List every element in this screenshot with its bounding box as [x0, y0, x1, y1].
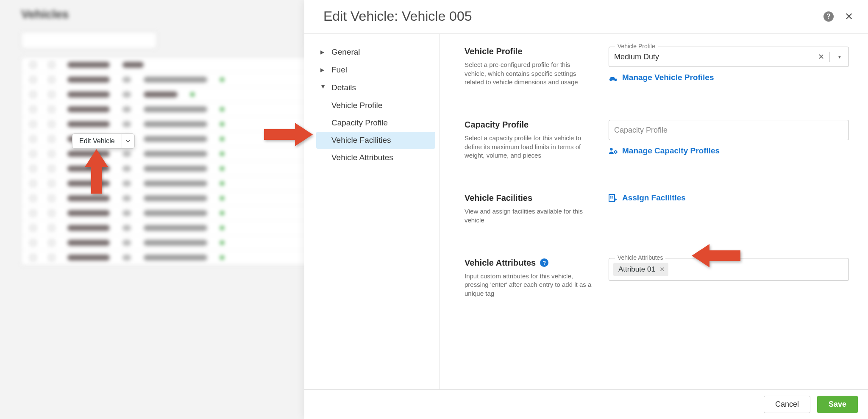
annotation-arrow-assign-facilities [692, 244, 740, 267]
svg-rect-2 [609, 194, 615, 202]
nav-group-general[interactable]: ▶ General [316, 43, 435, 61]
capacity-profile-select[interactable]: Capacity Profile [609, 120, 849, 140]
section-vehicle-facilities: Vehicle Facilities View and assign facil… [465, 193, 849, 225]
vehicle-profile-select[interactable]: Vehicle Profile Medium Duty ✕ ▼ [609, 47, 849, 67]
nav-group-details[interactable]: ▶ Details [316, 79, 435, 97]
close-icon[interactable]: ✕ [845, 11, 853, 22]
edit-vehicle-popover: Edit Vehicle [72, 133, 135, 149]
nav-sub-vehicle-profile[interactable]: Vehicle Profile [316, 97, 435, 114]
heading-text: Vehicle Attributes [465, 258, 536, 268]
section-capacity-profile: Capacity Profile Select a capacity profi… [465, 120, 849, 160]
svg-rect-4 [612, 196, 614, 197]
edit-vehicle-caret[interactable] [122, 134, 134, 148]
desc-vehicle-profile: Select a pre-configured profile for this… [465, 61, 592, 87]
field-label-vehicle-attributes: Vehicle Attributes [615, 254, 665, 261]
svg-rect-5 [610, 197, 612, 199]
nav-group-fuel[interactable]: ▶ Fuel [316, 61, 435, 79]
annotation-arrow-nav-facilities [264, 123, 313, 146]
nav-label-details: Details [331, 83, 356, 92]
modal-form-area: Vehicle Profile Select a pre-configured … [440, 34, 868, 389]
field-label-vehicle-profile: Vehicle Profile [615, 43, 658, 50]
nav-sub-vehicle-facilities[interactable]: Vehicle Facilities [316, 132, 435, 149]
assign-facilities-link[interactable]: Assign Facilities [609, 193, 849, 203]
building-icon [609, 194, 618, 202]
link-label: Manage Vehicle Profiles [622, 73, 714, 82]
edit-vehicle-modal: Edit Vehicle: Vehicle 005 ? ✕ ▶ General … [304, 0, 868, 419]
svg-rect-6 [612, 197, 614, 199]
section-vehicle-attributes: Vehicle Attributes ? Input custom attrib… [465, 258, 849, 298]
annotation-arrow-edit-vehicle [85, 149, 108, 194]
modal-footer: Cancel Save [304, 389, 868, 419]
save-button[interactable]: Save [817, 396, 858, 413]
desc-capacity-profile: Select a capacity profile for this vehic… [465, 134, 592, 160]
chip-label: Attribute 01 [618, 265, 655, 274]
dropdown-icon[interactable]: ▼ [832, 55, 843, 59]
section-vehicle-profile: Vehicle Profile Select a pre-configured … [465, 47, 849, 87]
svg-rect-3 [610, 196, 612, 197]
people-gear-icon [609, 147, 618, 155]
desc-vehicle-facilities: View and assign facilities available for… [465, 207, 592, 225]
cancel-button[interactable]: Cancel [764, 396, 810, 413]
link-label: Assign Facilities [622, 193, 686, 203]
svg-point-0 [610, 148, 612, 150]
heading-vehicle-attributes: Vehicle Attributes ? [465, 258, 592, 268]
modal-header: Edit Vehicle: Vehicle 005 ? ✕ [304, 0, 868, 34]
nav-label-general: General [331, 47, 360, 57]
vehicle-icon [609, 73, 618, 82]
nav-sub-capacity-profile[interactable]: Capacity Profile [316, 114, 435, 131]
heading-vehicle-facilities: Vehicle Facilities [465, 193, 592, 203]
modal-title: Edit Vehicle: Vehicle 005 [323, 8, 472, 24]
manage-capacity-profiles-link[interactable]: Manage Capacity Profiles [609, 146, 849, 155]
chevron-right-icon: ▶ [320, 49, 326, 55]
nav-sub-vehicle-attributes[interactable]: Vehicle Attributes [316, 149, 435, 166]
svg-point-1 [615, 151, 617, 153]
chip-remove-icon[interactable]: ✕ [659, 266, 665, 273]
desc-vehicle-attributes: Input custom attributes for this vehicle… [465, 272, 592, 298]
chevron-down-icon: ▶ [320, 85, 326, 91]
manage-vehicle-profiles-link[interactable]: Manage Vehicle Profiles [609, 73, 849, 82]
help-icon[interactable]: ? [823, 11, 834, 22]
nav-label-fuel: Fuel [331, 65, 347, 75]
vehicle-profile-value: Medium Duty [614, 53, 816, 61]
separator [829, 52, 830, 62]
help-icon[interactable]: ? [540, 258, 548, 267]
link-label: Manage Capacity Profiles [622, 146, 720, 155]
clear-icon[interactable]: ✕ [816, 50, 826, 63]
capacity-profile-placeholder: Capacity Profile [614, 126, 668, 135]
chevron-down-icon [125, 139, 131, 143]
attribute-chip: Attribute 01 ✕ [613, 263, 668, 276]
modal-sidebar: ▶ General ▶ Fuel ▶ Details Vehicle Profi… [304, 34, 440, 389]
edit-vehicle-button[interactable]: Edit Vehicle [72, 134, 122, 148]
chevron-right-icon: ▶ [320, 67, 326, 73]
heading-vehicle-profile: Vehicle Profile [465, 47, 592, 56]
heading-capacity-profile: Capacity Profile [465, 120, 592, 130]
